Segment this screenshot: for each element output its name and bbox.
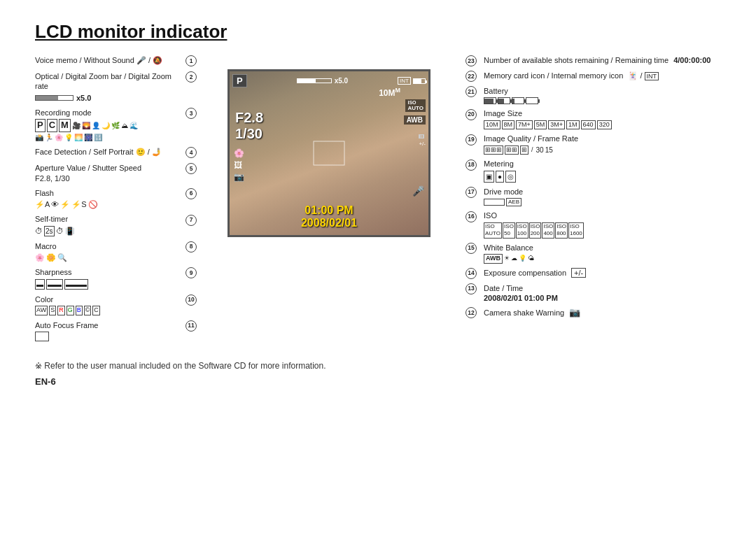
face-detection-icon: 🙂 / 🤳 xyxy=(136,148,162,156)
color-text: Color xyxy=(35,294,183,304)
screen-icon-picture: 🖼 xyxy=(234,160,244,170)
screen-icon-flower: 🌸 xyxy=(234,148,244,158)
callout-5: 5 xyxy=(186,163,197,174)
callout-16: 16 xyxy=(465,211,477,222)
screen-image-size: 10MM xyxy=(379,87,400,98)
page-title: LCD monitor indicator xyxy=(35,21,721,43)
iso-label-text: ISO xyxy=(484,211,497,220)
sharpness-text: Sharpness xyxy=(35,267,183,277)
callout-2: 2 xyxy=(186,71,197,83)
callout-9: 9 xyxy=(186,267,197,278)
label-face-detection: Face Detection / Self Portrait 🙂 / 🤳 4 xyxy=(35,147,200,158)
label-sharpness: Sharpness ▬ ▬▬ ▬▬▬ 9 xyxy=(35,267,200,289)
label-drive-mode: 17 Drive mode AEB xyxy=(465,187,721,207)
label-memory-card: 22 Memory card icon / Internal memory ic… xyxy=(465,71,721,82)
label-iso: 16 ISO ISOAUTO ISO50 ISO100 ISO200 ISO40… xyxy=(465,211,721,238)
screen-int-label: INT xyxy=(398,77,411,85)
label-flash: Flash ⚡A 👁 ⚡ ⚡S 🚫 6 xyxy=(35,188,200,210)
callout-12: 12 xyxy=(465,307,477,318)
image-quality-text: Image Quality / Frame Rate xyxy=(484,134,578,143)
label-camera-shake: 12 Camera shake Warning 📷 xyxy=(465,307,721,319)
label-aperture: Aperture Value / Shutter Speed F2.8, 1/3… xyxy=(35,163,200,183)
label-image-size: 20 Image Size 10M 8M 7M+ 5M 3M+ 1M 640 3… xyxy=(465,108,721,129)
label-color: Color AW S R G B © C 10 xyxy=(35,294,200,315)
callout-21: 21 xyxy=(465,86,477,97)
callout-23: 23 xyxy=(465,55,477,66)
image-size-text: Image Size xyxy=(484,109,522,118)
zoom-bar-text: Optical / Digital Zoom bar / Digital Zoo… xyxy=(35,71,183,92)
callout-6: 6 xyxy=(186,188,197,199)
callout-8: 8 xyxy=(186,241,197,253)
callout-1: 1 xyxy=(186,55,197,66)
label-af-frame: Auto Focus Frame 11 xyxy=(35,320,200,344)
camera-screen: P x5.0 INT xyxy=(227,69,430,237)
callout-4: 4 xyxy=(186,147,197,158)
screen-iso-auto: ISO AUTO xyxy=(405,99,426,112)
screen-mic-icon: 🎤 xyxy=(412,185,424,197)
callout-7: 7 xyxy=(186,215,197,226)
memory-card-text: Memory card icon / Internal memory icon xyxy=(484,71,623,80)
screen-shutter: 1/30 xyxy=(235,126,263,142)
af-frame-text: Auto Focus Frame xyxy=(35,320,183,330)
label-battery: 21 Battery xyxy=(465,86,721,104)
flash-text: Flash xyxy=(35,188,183,198)
aperture-text: Aperture Value / Shutter Speed xyxy=(35,163,183,173)
aperture-value: F2.8, 1/30 xyxy=(35,173,183,183)
date-time-text: Date / Time xyxy=(484,283,718,293)
date-time-value: 2008/02/01 01:00 PM xyxy=(484,293,718,303)
callout-17: 17 xyxy=(465,187,477,198)
screen-focus-frame xyxy=(314,141,345,166)
camera-shake-text: Camera shake Warning xyxy=(484,308,564,317)
callout-20: 20 xyxy=(465,109,477,120)
callout-19: 19 xyxy=(465,134,477,145)
camera-shake-icon: 📷 xyxy=(569,307,580,318)
label-exposure: 14 Exposure compensation +/- xyxy=(465,268,721,279)
label-voice-memo: Voice memo / Without Sound 🎤 / 🔕 1 xyxy=(35,55,200,66)
screen-awb: AWB xyxy=(404,115,426,125)
label-shots-remaining: 23 Number of available shots remaining /… xyxy=(465,55,721,66)
callout-3: 3 xyxy=(186,108,197,119)
label-macro: Macro 🌸 🌼 🔍 8 xyxy=(35,241,200,263)
recording-mode-text: Recording mode xyxy=(35,108,183,118)
label-white-balance: 15 White Balance AWB ☀☁💡🌤 xyxy=(465,243,721,264)
label-recording-mode: Recording mode P C M 🎥 🌄 👤 🌙 🌿 ⛰ 🌊 xyxy=(35,108,200,142)
callout-13: 13 xyxy=(465,283,477,294)
label-self-timer: Self-timer ⏱ 2s ⏱ 📳 7 xyxy=(35,214,200,236)
exposure-text: Exposure compensation xyxy=(484,269,566,277)
screen-mode-badge: P xyxy=(232,74,247,87)
callout-11: 11 xyxy=(186,320,197,332)
drive-mode-text: Drive mode xyxy=(484,187,523,196)
callout-10: 10 xyxy=(186,294,197,306)
macro-text: Macro xyxy=(35,241,183,251)
screen-zoom-text: x5.0 xyxy=(335,77,348,85)
label-metering: 18 Metering ▣ ● ◎ xyxy=(465,159,721,182)
memory-card-icons: 🃏 / INT xyxy=(628,71,659,80)
face-detection-text: Face Detection / Self Portrait xyxy=(35,148,134,156)
screen-icon-cam: 📷 xyxy=(234,172,244,182)
voice-memo-text: Voice memo / Without Sound xyxy=(35,56,134,64)
battery-text: Battery xyxy=(484,87,508,95)
voice-memo-icon: 🎤 / 🔕 xyxy=(136,56,162,64)
screen-date: 2008/02/01 xyxy=(230,217,428,229)
shots-remaining-value: 4/00:00:00 xyxy=(673,56,710,64)
screen-aperture: F2.8 xyxy=(235,110,263,126)
callout-14: 14 xyxy=(465,268,477,279)
shots-remaining-text: Number of available shots remaining / Re… xyxy=(484,56,668,64)
label-date-time: 13 Date / Time 2008/02/01 01:00 PM xyxy=(465,283,721,304)
metering-text: Metering xyxy=(484,159,514,168)
label-zoom-bar: Optical / Digital Zoom bar / Digital Zoo… xyxy=(35,71,200,103)
exposure-icon: +/- xyxy=(571,268,586,278)
page-number: EN-6 xyxy=(35,376,721,387)
footnote: ※ Refer to the user manual included on t… xyxy=(35,361,721,371)
callout-18: 18 xyxy=(465,159,477,171)
screen-time: 01:00 PM xyxy=(230,204,428,217)
label-image-quality: 19 Image Quality / Frame Rate ⊞⊞⊞ ⊞⊞ ⊞ /… xyxy=(465,134,721,155)
callout-22: 22 xyxy=(465,71,477,82)
white-balance-text: White Balance xyxy=(484,243,533,252)
zoom-value: x5.0 xyxy=(76,93,91,103)
self-timer-text: Self-timer xyxy=(35,214,183,224)
callout-15: 15 xyxy=(465,243,477,254)
